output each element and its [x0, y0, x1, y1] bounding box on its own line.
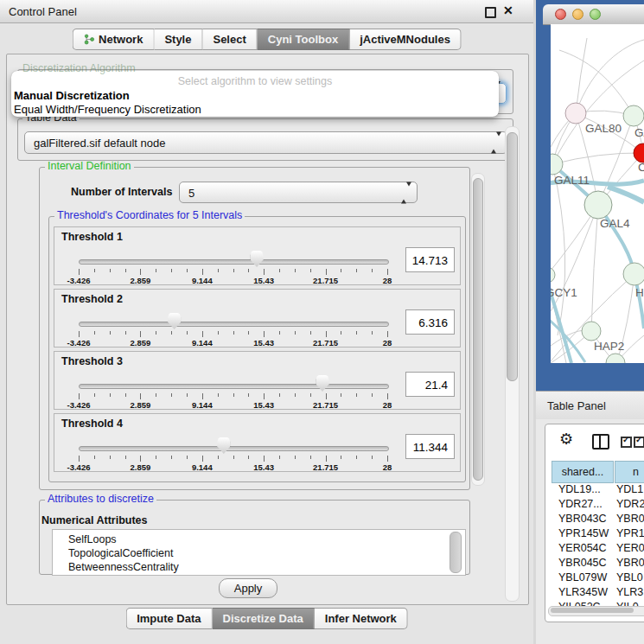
table-panel-title: Table Panel	[547, 399, 606, 412]
threshold-value-field[interactable]: 21.4	[405, 372, 455, 397]
network-node[interactable]	[623, 105, 644, 126]
close-traffic-light-icon[interactable]	[555, 9, 566, 20]
apply-button[interactable]: Apply	[219, 578, 277, 598]
tick-mark	[171, 456, 172, 459]
table-row[interactable]: YLR345WYLR3	[545, 586, 644, 601]
number-of-intervals-label: Number of Intervals	[71, 186, 172, 198]
tick-label: 15.43	[253, 462, 274, 472]
table-row[interactable]: YDL19...YDL1	[545, 483, 644, 498]
threshold-value-field[interactable]: 14.713	[405, 247, 455, 272]
slider-track[interactable]	[79, 446, 389, 451]
scrollbar-thumb[interactable]	[507, 132, 518, 381]
horizontal-scrollbar[interactable]	[548, 606, 644, 616]
cell-shared-name: YER054C	[558, 542, 607, 554]
tick-label: -3.426	[67, 400, 91, 410]
bottom-tab-discretize-data[interactable]: Discretize Data	[213, 608, 315, 629]
tick-mark	[356, 269, 357, 272]
tab-jactivemnodules[interactable]: jActiveMNodules	[349, 29, 462, 50]
network-graph: GAL80 GA C GAL11 GAL4 GCY1 H HAP2	[551, 24, 644, 363]
tick-mark	[295, 269, 296, 272]
algorithm-option-equal-width[interactable]: Equal Width/Frequency Discretization	[14, 103, 201, 116]
float-window-icon[interactable]	[485, 7, 496, 18]
threshold-label: Threshold 2	[61, 293, 123, 305]
close-icon[interactable]: ✕	[503, 3, 513, 17]
cell-name: YBR0	[616, 557, 644, 569]
tick-mark	[341, 456, 341, 459]
scrollbar-thumb[interactable]	[551, 608, 634, 613]
interval-scrollbar[interactable]	[471, 173, 485, 486]
attribute-list-item[interactable]: SelfLoops	[53, 532, 465, 546]
checkbox-icon[interactable]	[634, 437, 644, 448]
network-node[interactable]	[551, 267, 555, 283]
column-header-shared-name[interactable]: shared...	[552, 461, 614, 483]
tab-cyni-toolbox[interactable]: Cyni Toolbox	[258, 29, 349, 50]
bottom-tab-impute-data[interactable]: Impute Data	[125, 608, 212, 629]
tick-label: 15.43	[253, 338, 274, 348]
tab-network[interactable]: Network	[72, 29, 154, 50]
network-nodes[interactable]	[551, 103, 644, 363]
tick-mark	[295, 456, 296, 459]
number-of-intervals-value: 5	[188, 186, 194, 199]
attribute-list-item[interactable]: BetweennessCentrality	[53, 560, 465, 574]
scrollbar-thumb[interactable]	[473, 178, 483, 481]
network-window-titlebar[interactable]	[543, 4, 644, 25]
slider-track[interactable]	[79, 384, 389, 389]
list-scrollbar-thumb[interactable]	[450, 532, 462, 573]
tab-select[interactable]: Select	[202, 29, 257, 50]
table-row[interactable]: YER054CYER0	[545, 542, 644, 557]
table-row[interactable]: YBL079WYBL0	[545, 571, 644, 586]
algorithm-placeholder-option[interactable]: Select algorithm to view settings	[11, 75, 499, 87]
slider-handle[interactable]	[168, 313, 181, 329]
slider-handle[interactable]	[251, 251, 264, 267]
tick-mark	[187, 269, 188, 272]
network-view-canvas[interactable]: GAL80 GA C GAL11 GAL4 GCY1 H HAP2	[551, 24, 644, 363]
cell-shared-name: YDL19...	[558, 483, 601, 495]
tick-mark	[264, 393, 265, 399]
network-node[interactable]	[623, 263, 644, 285]
network-node-selected[interactable]	[634, 143, 644, 163]
table-data-combobox[interactable]: galFiltered.sif default node	[24, 131, 507, 154]
cell-name: YDR2	[616, 498, 644, 510]
tick-mark	[202, 456, 203, 462]
column-header-name[interactable]: n	[615, 461, 644, 483]
slider-handle[interactable]	[316, 375, 329, 392]
split-columns-icon[interactable]	[592, 434, 609, 450]
tick-mark	[356, 331, 357, 335]
cell-name: YDL1	[616, 483, 643, 495]
table-row[interactable]: YPR145WYPR1	[545, 527, 644, 542]
panel-scrollbar[interactable]	[505, 126, 520, 602]
tick-mark	[110, 269, 111, 272]
tick-mark	[264, 331, 265, 337]
bottom-tab-infer-network[interactable]: Infer Network	[315, 608, 408, 629]
number-of-intervals-combobox[interactable]: 5	[179, 182, 418, 203]
tab-style[interactable]: Style	[154, 29, 202, 50]
cell-shared-name: YBR043C	[558, 513, 607, 525]
tab-label: Select	[213, 33, 245, 46]
slider-handle[interactable]	[217, 437, 230, 454]
zoom-traffic-light-icon[interactable]	[590, 9, 601, 20]
tick-mark	[218, 456, 219, 459]
table-row[interactable]: YBR043CYBR0	[545, 513, 644, 527]
attribute-list-item[interactable]: TopologicalCoefficient	[53, 546, 465, 560]
table-row[interactable]: YDR27...YDR2	[545, 498, 644, 513]
slider-track[interactable]	[79, 322, 389, 327]
threshold-value-field[interactable]: 11.344	[405, 434, 455, 459]
threshold-value-field[interactable]: 6.316	[405, 309, 455, 335]
tick-label: -3.426	[67, 462, 91, 472]
tick-mark	[187, 331, 188, 335]
algorithm-option-manual[interactable]: Manual Discretization	[14, 89, 130, 102]
tick-mark	[125, 269, 126, 272]
tick-label: 28	[383, 462, 392, 472]
table-row[interactable]: YBR045CYBR0	[545, 557, 644, 571]
minimize-traffic-light-icon[interactable]	[572, 9, 583, 20]
tick-mark	[233, 331, 234, 335]
slider-track[interactable]	[79, 259, 389, 265]
checkbox-icon[interactable]	[621, 437, 632, 448]
tick-mark	[233, 456, 234, 459]
network-node[interactable]	[565, 103, 586, 124]
tick-mark	[279, 393, 280, 397]
gear-icon[interactable]: ⚙	[559, 431, 573, 447]
tick-mark	[295, 331, 296, 335]
network-node[interactable]	[582, 322, 601, 341]
network-node[interactable]	[584, 191, 612, 219]
